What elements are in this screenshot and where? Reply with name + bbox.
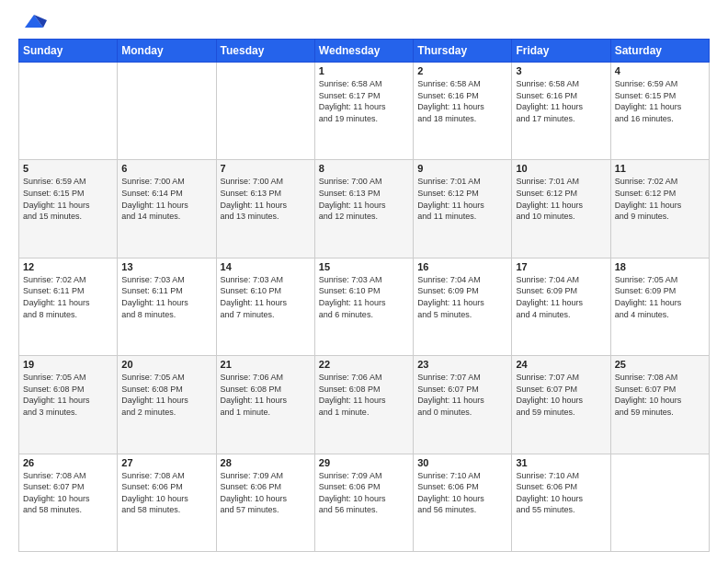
day-number: 21 <box>221 359 311 370</box>
day-number: 15 <box>319 261 409 272</box>
weekday-header: Thursday <box>414 40 512 63</box>
calendar-cell: 5Sunrise: 6:59 AM Sunset: 6:15 PM Daylig… <box>19 160 118 258</box>
weekday-header: Monday <box>118 40 216 63</box>
calendar-cell <box>216 63 314 160</box>
calendar-cell: 12Sunrise: 7:02 AM Sunset: 6:11 PM Dayli… <box>19 258 118 355</box>
calendar-cell <box>118 63 216 160</box>
calendar-cell: 29Sunrise: 7:09 AM Sunset: 6:06 PM Dayli… <box>314 454 413 551</box>
calendar-cell: 19Sunrise: 7:05 AM Sunset: 6:08 PM Dayli… <box>19 356 118 454</box>
calendar-cell: 11Sunrise: 7:02 AM Sunset: 6:12 PM Dayli… <box>610 160 709 258</box>
day-info: Sunrise: 7:01 AM Sunset: 6:12 PM Dayligh… <box>516 176 606 222</box>
calendar-cell: 23Sunrise: 7:07 AM Sunset: 6:07 PM Dayli… <box>414 356 512 454</box>
day-info: Sunrise: 7:00 AM Sunset: 6:13 PM Dayligh… <box>319 176 409 222</box>
day-number: 29 <box>319 457 409 468</box>
day-info: Sunrise: 7:07 AM Sunset: 6:07 PM Dayligh… <box>417 372 507 418</box>
calendar-cell: 31Sunrise: 7:10 AM Sunset: 6:06 PM Dayli… <box>512 454 610 551</box>
calendar-cell: 9Sunrise: 7:01 AM Sunset: 6:12 PM Daylig… <box>414 160 512 258</box>
weekday-header: Wednesday <box>314 40 413 63</box>
calendar-cell: 28Sunrise: 7:09 AM Sunset: 6:06 PM Dayli… <box>216 454 314 551</box>
day-number: 13 <box>121 261 211 272</box>
day-info: Sunrise: 7:03 AM Sunset: 6:10 PM Dayligh… <box>319 274 409 320</box>
calendar-cell: 6Sunrise: 7:00 AM Sunset: 6:14 PM Daylig… <box>118 160 216 258</box>
day-number: 22 <box>319 359 409 370</box>
calendar-cell: 24Sunrise: 7:07 AM Sunset: 6:07 PM Dayli… <box>512 356 610 454</box>
day-info: Sunrise: 7:00 AM Sunset: 6:14 PM Dayligh… <box>121 176 211 222</box>
day-number: 5 <box>23 163 113 174</box>
calendar-cell: 7Sunrise: 7:00 AM Sunset: 6:13 PM Daylig… <box>216 160 314 258</box>
day-number: 3 <box>516 65 606 76</box>
day-info: Sunrise: 7:01 AM Sunset: 6:12 PM Dayligh… <box>417 176 507 222</box>
day-info: Sunrise: 7:07 AM Sunset: 6:07 PM Dayligh… <box>516 372 606 418</box>
day-number: 9 <box>417 163 507 174</box>
day-number: 7 <box>221 163 311 174</box>
day-info: Sunrise: 7:09 AM Sunset: 6:06 PM Dayligh… <box>221 470 311 516</box>
day-number: 12 <box>23 261 113 272</box>
day-info: Sunrise: 6:58 AM Sunset: 6:16 PM Dayligh… <box>417 78 507 124</box>
calendar-cell: 4Sunrise: 6:59 AM Sunset: 6:15 PM Daylig… <box>610 63 709 160</box>
calendar-cell: 25Sunrise: 7:08 AM Sunset: 6:07 PM Dayli… <box>610 356 709 454</box>
logo-icon <box>21 11 47 31</box>
day-info: Sunrise: 7:03 AM Sunset: 6:11 PM Dayligh… <box>121 274 211 320</box>
calendar-cell: 2Sunrise: 6:58 AM Sunset: 6:16 PM Daylig… <box>414 63 512 160</box>
calendar-cell: 14Sunrise: 7:03 AM Sunset: 6:10 PM Dayli… <box>216 258 314 355</box>
day-info: Sunrise: 7:05 AM Sunset: 6:08 PM Dayligh… <box>121 372 211 418</box>
day-info: Sunrise: 7:10 AM Sunset: 6:06 PM Dayligh… <box>516 470 606 516</box>
day-number: 24 <box>516 359 606 370</box>
day-number: 1 <box>319 65 409 76</box>
calendar-cell <box>610 454 709 551</box>
calendar-cell: 20Sunrise: 7:05 AM Sunset: 6:08 PM Dayli… <box>118 356 216 454</box>
day-info: Sunrise: 6:59 AM Sunset: 6:15 PM Dayligh… <box>23 176 113 222</box>
day-number: 28 <box>221 457 311 468</box>
day-number: 18 <box>615 261 705 272</box>
calendar-cell <box>19 63 118 160</box>
day-number: 8 <box>319 163 409 174</box>
calendar-cell: 8Sunrise: 7:00 AM Sunset: 6:13 PM Daylig… <box>314 160 413 258</box>
day-info: Sunrise: 7:06 AM Sunset: 6:08 PM Dayligh… <box>221 372 311 418</box>
calendar-cell: 13Sunrise: 7:03 AM Sunset: 6:11 PM Dayli… <box>118 258 216 355</box>
calendar-table: SundayMondayTuesdayWednesdayThursdayFrid… <box>18 39 710 552</box>
header <box>18 15 710 31</box>
weekday-header: Saturday <box>610 40 709 63</box>
calendar-cell: 30Sunrise: 7:10 AM Sunset: 6:06 PM Dayli… <box>414 454 512 551</box>
day-info: Sunrise: 7:08 AM Sunset: 6:07 PM Dayligh… <box>615 372 705 418</box>
day-info: Sunrise: 6:59 AM Sunset: 6:15 PM Dayligh… <box>615 78 705 124</box>
day-info: Sunrise: 7:04 AM Sunset: 6:09 PM Dayligh… <box>516 274 606 320</box>
day-info: Sunrise: 6:58 AM Sunset: 6:17 PM Dayligh… <box>319 78 409 124</box>
day-info: Sunrise: 7:02 AM Sunset: 6:12 PM Dayligh… <box>615 176 705 222</box>
weekday-header: Friday <box>512 40 610 63</box>
calendar-cell: 27Sunrise: 7:08 AM Sunset: 6:06 PM Dayli… <box>118 454 216 551</box>
day-info: Sunrise: 7:03 AM Sunset: 6:10 PM Dayligh… <box>221 274 311 320</box>
calendar-cell: 10Sunrise: 7:01 AM Sunset: 6:12 PM Dayli… <box>512 160 610 258</box>
day-info: Sunrise: 7:04 AM Sunset: 6:09 PM Dayligh… <box>417 274 507 320</box>
day-info: Sunrise: 7:08 AM Sunset: 6:07 PM Dayligh… <box>23 470 113 516</box>
day-number: 25 <box>615 359 705 370</box>
day-info: Sunrise: 7:10 AM Sunset: 6:06 PM Dayligh… <box>417 470 507 516</box>
calendar-cell: 3Sunrise: 6:58 AM Sunset: 6:16 PM Daylig… <box>512 63 610 160</box>
calendar-cell: 21Sunrise: 7:06 AM Sunset: 6:08 PM Dayli… <box>216 356 314 454</box>
day-info: Sunrise: 7:08 AM Sunset: 6:06 PM Dayligh… <box>121 470 211 516</box>
day-number: 11 <box>615 163 705 174</box>
day-number: 19 <box>23 359 113 370</box>
day-info: Sunrise: 7:05 AM Sunset: 6:09 PM Dayligh… <box>615 274 705 320</box>
day-info: Sunrise: 7:02 AM Sunset: 6:11 PM Dayligh… <box>23 274 113 320</box>
day-number: 30 <box>417 457 507 468</box>
day-number: 10 <box>516 163 606 174</box>
day-number: 2 <box>417 65 507 76</box>
day-number: 27 <box>121 457 211 468</box>
day-info: Sunrise: 7:05 AM Sunset: 6:08 PM Dayligh… <box>23 372 113 418</box>
day-number: 14 <box>221 261 311 272</box>
calendar-cell: 22Sunrise: 7:06 AM Sunset: 6:08 PM Dayli… <box>314 356 413 454</box>
calendar-cell: 16Sunrise: 7:04 AM Sunset: 6:09 PM Dayli… <box>414 258 512 355</box>
weekday-header: Sunday <box>19 40 118 63</box>
calendar-cell: 17Sunrise: 7:04 AM Sunset: 6:09 PM Dayli… <box>512 258 610 355</box>
day-info: Sunrise: 7:06 AM Sunset: 6:08 PM Dayligh… <box>319 372 409 418</box>
day-number: 26 <box>23 457 113 468</box>
page: SundayMondayTuesdayWednesdayThursdayFrid… <box>0 0 728 563</box>
day-number: 6 <box>121 163 211 174</box>
calendar-cell: 18Sunrise: 7:05 AM Sunset: 6:09 PM Dayli… <box>610 258 709 355</box>
day-number: 17 <box>516 261 606 272</box>
calendar-cell: 15Sunrise: 7:03 AM Sunset: 6:10 PM Dayli… <box>314 258 413 355</box>
day-number: 31 <box>516 457 606 468</box>
day-number: 20 <box>121 359 211 370</box>
day-info: Sunrise: 6:58 AM Sunset: 6:16 PM Dayligh… <box>516 78 606 124</box>
